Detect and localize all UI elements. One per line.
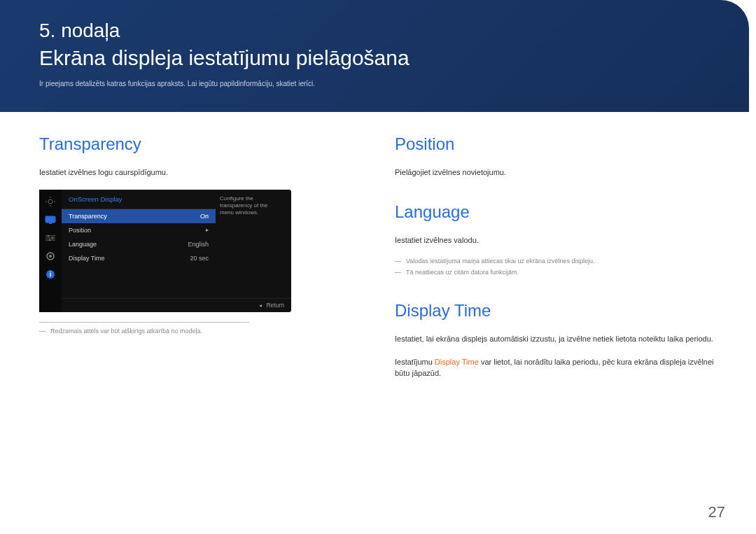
chapter-header: 5. nodaļa Ekrāna displeja iestatījumu pi… [0,0,749,112]
footnote-text: Redzamais attēls var būt atšķirīgs atkar… [50,327,202,337]
osd-row-position[interactable]: Position ▸ [62,223,216,237]
language-note-2: ― Tā neattiecas uz citām datora funkcijā… [395,268,717,278]
osd-row-value: On [200,213,209,220]
svg-rect-5 [46,216,55,223]
chapter-number: 5. nodaļa [39,20,710,42]
display-time-desc1: Iestatiet, lai ekrāna displejs automātis… [395,333,717,345]
osd-row-label: Position [69,227,91,234]
gear-icon [44,251,57,261]
monitor-icon [44,215,57,225]
chapter-description: Ir pieejams detalizēts katras funkcijas … [39,80,710,87]
svg-point-0 [48,199,52,204]
osd-main: OnScreen Display Transparency On Positio… [62,190,291,312]
position-heading: Position [395,134,717,154]
osd-sidebar: i [39,190,62,312]
position-section: Position Pielāgojiet izvēlnes novietojum… [395,134,717,178]
language-heading: Language [395,202,717,222]
chapter-title: Ekrāna displeja iestatījumu pielāgošana [39,46,710,70]
back-caret-icon: ◂ [259,302,262,309]
dash-icon: ― [39,327,48,337]
sliders-icon [44,233,57,243]
osd-row-value: English [188,241,209,248]
language-note-1: ― Valodas iestatījuma maiņa attiecas tik… [395,257,717,267]
dash-icon: ― [395,257,403,267]
svg-point-8 [48,234,50,237]
footnote-text: Valodas iestatījuma maiņa attiecas tikai… [406,257,594,267]
svg-point-14 [49,255,52,258]
osd-row-display-time[interactable]: Display Time 20 sec [62,251,216,265]
brightness-icon [44,197,57,206]
osd-screenshot: i OnScreen Display Transparency On Posit… [39,190,291,312]
svg-point-10 [52,237,54,239]
osd-row-label: Display Time [69,255,105,262]
footnote-rule [39,322,249,323]
chevron-right-icon: ▸ [206,227,209,233]
transparency-heading: Transparency [39,134,361,154]
osd-footer: ◂ Return [62,298,291,312]
osd-return-label[interactable]: Return [266,302,284,309]
info-icon: i [44,269,57,279]
inline-highlight: Display Time [435,358,479,366]
right-column: Position Pielāgojiet izvēlnes novietojum… [395,134,717,403]
svg-rect-6 [49,223,52,224]
position-desc: Pielāgojiet izvēlnes novietojumu. [395,167,717,178]
transparency-desc: Iestatiet izvēlnes logu caurspīdīgumu. [39,167,361,178]
display-time-desc2: Iestatījumu Display Time var lietot, lai… [395,356,717,379]
dash-icon: ― [395,268,403,278]
language-section: Language Iestatiet izvēlnes valodu. ― Va… [395,202,717,278]
osd-row-transparency[interactable]: Transparency On [62,209,216,223]
screenshot-footnote: ― Redzamais attēls var būt atšķirīgs atk… [39,327,361,337]
osd-row-language[interactable]: Language English [62,237,216,251]
osd-row-label: Transparency [69,213,107,220]
page-number: 27 [708,503,725,521]
svg-text:i: i [50,271,52,278]
osd-row-value: 20 sec [190,255,209,262]
display-time-heading: Display Time [395,301,717,321]
left-column: Transparency Iestatiet izvēlnes logu cau… [39,134,361,403]
osd-row-label: Language [69,241,97,248]
osd-menu-column: OnScreen Display Transparency On Positio… [62,190,216,312]
footnote-text: Tā neattiecas uz citām datora funkcijām. [406,268,519,278]
content-area: Transparency Iestatiet izvēlnes logu cau… [0,112,756,417]
osd-description: Configure the transparency of the menu w… [216,190,279,312]
svg-point-12 [49,239,51,241]
osd-menu-title: OnScreen Display [62,190,216,209]
display-time-section: Display Time Iestatiet, lai ekrāna displ… [395,301,717,379]
language-desc: Iestatiet izvēlnes valodu. [395,234,717,246]
